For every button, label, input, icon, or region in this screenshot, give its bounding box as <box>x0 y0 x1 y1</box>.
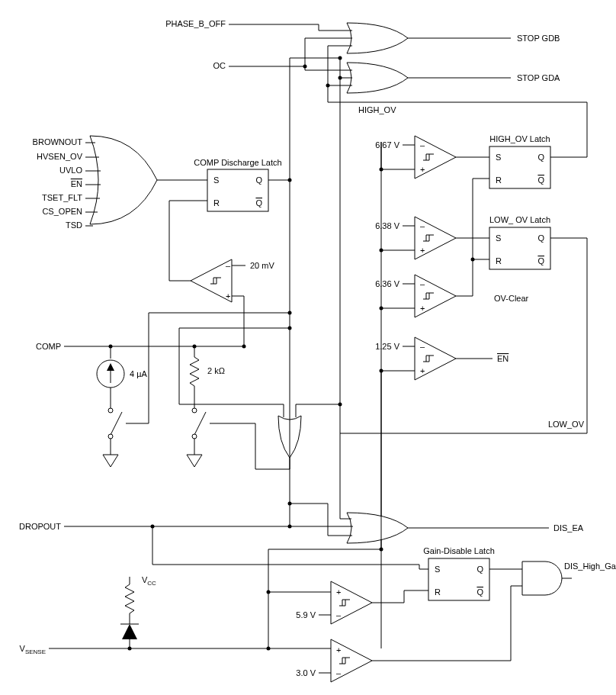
svg-text:–: – <box>420 140 425 150</box>
label-phase-b-off: PHASE_B_OFF <box>165 19 226 28</box>
comparator-638v: – + <box>415 217 456 259</box>
resistor-2k <box>190 346 199 408</box>
label-636v: 6.36 V <box>375 279 399 288</box>
svg-text:+: + <box>336 587 341 597</box>
label-dropout: DROPOUT <box>19 522 61 531</box>
svg-text:R: R <box>435 587 441 597</box>
svg-text:Q: Q <box>537 233 544 243</box>
svg-line-54 <box>111 412 122 435</box>
or-gate-dis-ea <box>347 513 408 543</box>
svg-text:–: – <box>336 668 342 677</box>
comparator-125v: – + <box>415 337 456 380</box>
svg-text:+: + <box>420 246 425 255</box>
svg-text:S: S <box>496 153 501 162</box>
svg-text:Q: Q <box>255 198 262 208</box>
comp-discharge-latch: S R Q Q <box>207 169 268 211</box>
svg-line-60 <box>194 412 206 435</box>
label-brownout: BROWNOUT <box>33 137 83 146</box>
label-stop-gdb: STOP GDB <box>517 34 560 43</box>
label-oc: OC <box>213 61 226 70</box>
label-cs-open: CS_OPEN <box>42 207 82 216</box>
label-comp: COMP <box>36 342 61 351</box>
label-638v: 6.38 V <box>375 221 399 230</box>
label-tset-flt: TSET_FLT <box>42 193 82 202</box>
comparator-30v: – + <box>331 639 372 682</box>
ground-icon <box>187 455 202 467</box>
label-hvsen-ov: HVSEN_OV <box>37 152 83 161</box>
svg-point-55 <box>108 434 113 439</box>
label-20mv: 20 mV <box>250 261 274 270</box>
comparator-20mv: – + <box>191 259 232 302</box>
gain-disable-latch: S R Q Q <box>428 558 489 600</box>
switch-current-source <box>108 408 122 455</box>
low-ov-latch: S R Q Q <box>489 227 550 269</box>
label-en-out: EN <box>497 354 509 363</box>
switch-resistor <box>192 408 206 455</box>
svg-text:R: R <box>496 256 502 265</box>
svg-point-34 <box>288 179 292 182</box>
svg-text:Q: Q <box>537 256 544 265</box>
svg-point-71 <box>338 403 342 407</box>
label-2k: 2 kΩ <box>207 366 225 375</box>
resistor-vcc <box>125 584 134 613</box>
clamp-diode <box>120 613 139 648</box>
label-dis-ea: DIS_EA <box>553 523 584 533</box>
label-vcc: VCC <box>142 575 156 587</box>
svg-point-14 <box>326 84 330 88</box>
label-comp-discharge-latch: COMP Discharge Latch <box>194 158 281 167</box>
svg-text:+: + <box>420 304 425 313</box>
svg-point-61 <box>192 434 197 439</box>
label-high-ov: HIGH_OV <box>358 105 396 114</box>
svg-text:+: + <box>420 165 425 174</box>
svg-point-97 <box>380 249 383 253</box>
svg-point-36 <box>338 56 342 60</box>
svg-text:Q: Q <box>537 153 544 162</box>
or-gate-stop-gda <box>347 63 408 93</box>
block-diagram: PHASE_B_OFF OC STOP GDB STOP GDA HIGH_OV… <box>0 0 616 695</box>
label-en-bar: EN <box>71 179 82 188</box>
label-dis-high-gain: DIS_High_Gain <box>564 561 616 571</box>
svg-text:+: + <box>420 366 425 375</box>
svg-text:–: – <box>336 610 342 619</box>
and-gate-dis-high-gain <box>522 561 562 595</box>
svg-text:+: + <box>336 645 341 655</box>
label-vsense: VSENSE <box>20 644 46 655</box>
label-667v: 6.67 V <box>375 140 399 150</box>
label-gain-disable-latch: Gain-Disable Latch <box>423 546 495 555</box>
svg-text:Q: Q <box>255 175 262 185</box>
svg-text:+: + <box>226 291 230 301</box>
comparator-636v: – + <box>415 275 456 317</box>
svg-text:–: – <box>420 279 425 288</box>
label-30v: 3.0 V <box>296 668 316 677</box>
svg-text:–: – <box>226 261 231 270</box>
label-tsd: TSD <box>66 220 82 230</box>
svg-point-116 <box>471 258 475 262</box>
svg-text:Q: Q <box>537 175 544 185</box>
svg-text:S: S <box>435 565 440 574</box>
or-gate-faults <box>90 136 157 224</box>
label-125v: 1.25 V <box>375 342 399 351</box>
svg-text:Q: Q <box>476 565 483 574</box>
svg-point-111 <box>380 307 383 310</box>
label-4ua: 4 µA <box>130 369 148 378</box>
or-gate-stop-gdb <box>347 23 408 53</box>
svg-point-18 <box>338 76 342 80</box>
svg-point-134 <box>288 502 292 506</box>
svg-text:S: S <box>496 233 501 243</box>
comparator-667v: – + <box>415 136 456 179</box>
label-59v: 5.9 V <box>296 610 316 619</box>
svg-point-48 <box>242 345 246 349</box>
svg-point-59 <box>192 408 197 413</box>
svg-text:Q: Q <box>476 587 483 597</box>
svg-point-53 <box>108 408 113 413</box>
svg-text:–: – <box>420 342 425 351</box>
label-uvlo: UVLO <box>59 166 82 175</box>
label-low-ov: LOW_OV <box>548 420 585 429</box>
comparator-59v: – + <box>331 581 372 624</box>
ground-icon <box>103 455 118 467</box>
current-source-4ua <box>97 346 124 408</box>
svg-text:–: – <box>420 221 425 230</box>
svg-text:R: R <box>213 198 220 208</box>
label-ov-clear: OV-Clear <box>494 294 529 303</box>
svg-point-169 <box>380 548 383 552</box>
